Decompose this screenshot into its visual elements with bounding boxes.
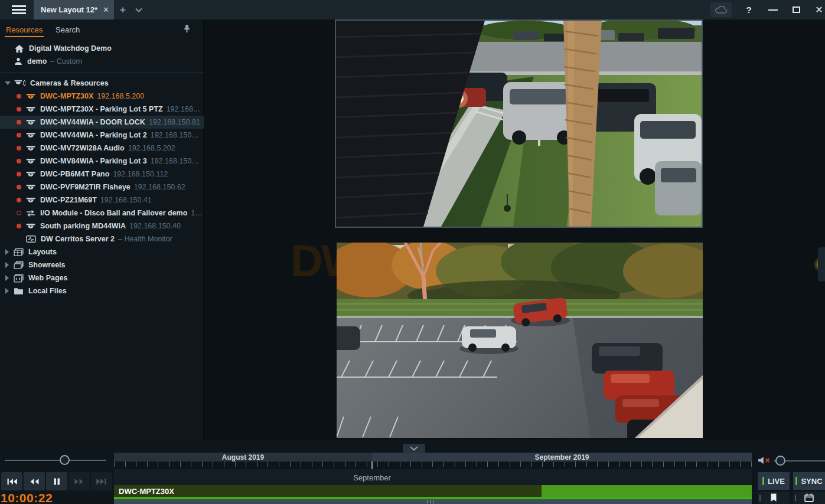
io-module-icon [26,210,35,217]
sync-button[interactable]: SYNC [793,472,825,490]
volume-slider-knob[interactable] [775,456,785,466]
camera-ip: 192.168.150… [151,157,199,165]
timeline-month-august[interactable]: August 2019 [114,453,372,462]
archive-camera-name: DWC-MPTZ30X [119,487,174,496]
camera-name: DWC-MV44WiA - Parking Lot 2 [40,131,147,139]
group-cameras-resources[interactable]: Cameras & Resources [0,77,204,90]
notifications-panel-toggle[interactable] [818,247,825,282]
previous-chunk-button[interactable] [1,472,22,490]
expand-arrow-icon[interactable] [5,81,11,85]
camera-name: DWC-PVF9M2TIR Fisheye [40,183,131,191]
io-module-tree-item[interactable]: I/O Module - Disco Ball and Failover dem… [0,207,204,220]
speed-slider-knob[interactable] [60,455,70,465]
system-name: Digital Watchdog Demo [29,44,112,53]
camera-tree-item[interactable]: South parking MD44WiA 192.168.150.40 [0,220,204,233]
tree-separator [0,72,204,73]
live-button[interactable]: LIVE [758,472,790,490]
timeline[interactable]: August 2019 September 2019 September DWC… [114,440,752,504]
system-tree-item[interactable]: Digital Watchdog Demo [0,42,204,55]
recording-status-icon [17,146,21,150]
video-tile-parking-overhead[interactable] [337,243,703,438]
layouts-icon [14,248,24,257]
dome-camera-icon [26,158,35,165]
sync-indicator [795,477,797,485]
group-web-pages[interactable]: Web Pages [0,271,204,284]
health-monitor-tree-item[interactable]: DW Cerritos Server 2 – Health Monitor [0,233,204,246]
scrollbar-grip-icon[interactable] [427,500,435,503]
month-label: August 2019 [222,453,264,462]
group-showreels[interactable]: Showreels [0,258,204,271]
help-button[interactable]: ? [740,0,758,19]
expand-arrow-icon[interactable] [5,288,9,294]
calendar-button[interactable] [793,492,825,504]
timeline-month-september[interactable]: September 2019 [372,453,752,462]
main-menu-button[interactable] [6,0,32,19]
month-label: September 2019 [534,453,589,462]
tab-resources[interactable]: Resources [6,25,43,34]
status-spacer [17,237,21,241]
maximize-button[interactable] [787,0,805,19]
panel-tabs: Resources Search [0,19,203,39]
camera-tree-item[interactable]: DWC-PB6M4T Pano 192.168.150.112 [0,168,204,181]
close-tab-icon[interactable]: ✕ [103,5,109,14]
server-name: DW Cerritos Server 2 [41,235,115,243]
expand-arrow-icon[interactable] [5,262,9,268]
bookmark-button[interactable] [758,492,790,504]
recording-status-icon [17,133,21,138]
cloud-icon [715,5,728,14]
group-label: Layouts [28,248,57,256]
dome-camera-icon [26,197,35,204]
camera-tree-item[interactable]: DWC-MPTZ30X 192.168.5.200 [0,90,204,103]
camera-tree-item[interactable]: DWC-MV72Wi28A Audio 192.168.5.202 [0,142,204,155]
camera-ip: 192.168.150.81 [149,118,200,126]
pause-button[interactable] [46,472,67,490]
speed-slider-track[interactable] [5,460,106,461]
recording-status-icon [17,211,21,215]
pin-icon[interactable] [183,24,195,35]
live-label: LIVE [768,477,785,486]
calendar-icon [804,493,814,502]
tab-search[interactable]: Search [56,25,80,34]
camera-tree-item[interactable]: DWC-MPTZ30X - Parking Lot 5 PTZ 192.168… [0,103,204,116]
camera-name: DWC-MV84WiA - Parking Lot 3 [40,157,147,165]
camera-tree-item[interactable]: DWC-PVF9M2TIR Fisheye 192.168.150.62 [0,181,204,194]
camera-ip: 192.168.150.40 [129,222,181,230]
tab-list-chevron-icon[interactable] [131,0,146,19]
camera-name: South parking MD44WiA [40,222,126,230]
expand-arrow-icon[interactable] [5,275,9,281]
camera-tree-item[interactable]: DWC-PZ21M69T 192.168.150.41 [0,194,204,207]
dome-camera-icon [26,184,35,191]
timeline-panel: 10:00:22 August 2019 September 2019 Sept… [0,440,825,504]
dome-camera-icon [26,93,35,100]
camera-tree-item[interactable]: DWC-MV44WiA - DOOR LOCK 192.168.150.81 [0,116,204,129]
camera-tree-item[interactable]: DWC-MV84WiA - Parking Lot 3 192.168.150… [0,155,204,168]
rewind-button[interactable] [24,472,45,490]
home-icon [14,44,24,53]
camera-tree-item[interactable]: DWC-MV44WiA - Parking Lot 2 192.168.150… [0,129,204,142]
recording-status-icon [17,224,21,228]
camera-name: DWC-MV44WiA - DOOR LOCK [40,118,145,126]
layout-tab[interactable]: New Layout 12* ✕ [34,0,114,19]
timeline-tick-label: September [343,473,402,482]
minimize-button[interactable] [764,0,782,19]
user-icon [14,57,22,66]
recording-status-icon [17,94,21,99]
fast-forward-button[interactable] [69,472,90,490]
mute-icon[interactable] [758,456,772,466]
camera-name: DWC-MPTZ30X [40,92,93,100]
camera-ip: 192.168.150… [151,131,199,139]
new-tab-button[interactable]: + [116,0,130,19]
next-chunk-button[interactable] [91,472,112,490]
expand-arrow-icon[interactable] [5,249,9,255]
cloud-button[interactable] [710,2,732,17]
group-layouts[interactable]: Layouts [0,246,204,258]
video-tile-parking-ptz[interactable] [335,19,703,228]
close-window-button[interactable]: ✕ [810,0,825,19]
sync-label: SYNC [801,477,822,486]
dome-camera-icon [26,106,35,113]
timeline-collapse-button[interactable] [403,444,425,453]
recording-status-icon [17,185,21,189]
titlebar-divider [735,4,735,15]
group-local-files[interactable]: Local Files [0,284,204,297]
user-tree-item[interactable]: demo – Custom [0,55,204,68]
